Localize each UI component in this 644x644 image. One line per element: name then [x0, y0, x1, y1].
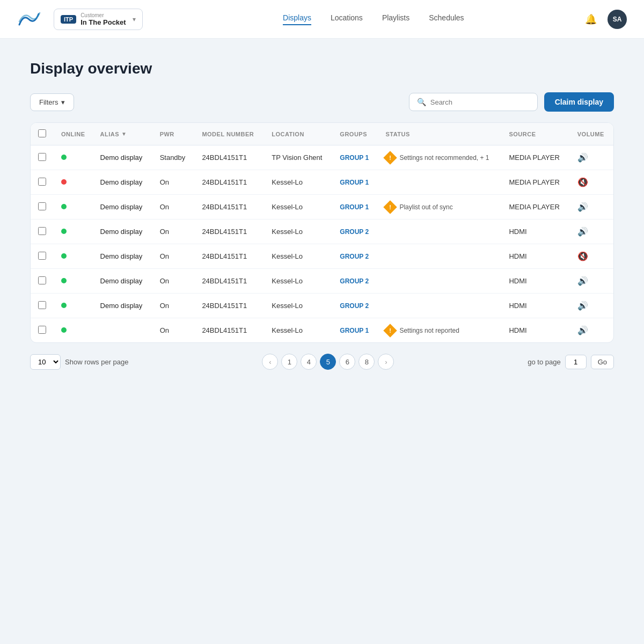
alias-cell-7 [93, 318, 152, 343]
customer-label: Customer [80, 12, 126, 18]
table-row: Demo displayOn24BDL4151T1Kessel-LoGROUP … [31, 195, 613, 219]
table-row: Demo displayStandby24BDL4151T1TP Vision … [31, 145, 613, 170]
group-link-5[interactable]: GROUP 2 [340, 277, 369, 285]
row-checkbox-4[interactable] [38, 252, 46, 260]
nav-schedules[interactable]: Schedules [429, 13, 464, 25]
col-alias-sort[interactable]: ALIAS ▼ [100, 131, 145, 137]
row-checkbox-0[interactable] [38, 153, 46, 161]
filter-chevron-icon: ▾ [61, 98, 65, 106]
rows-per-page: 10 25 50 Show rows per page [30, 354, 129, 370]
pwr-cell-5: On [152, 269, 195, 294]
location-cell-3: Kessel-Lo [264, 219, 332, 244]
model-cell-6: 24BDL4151T1 [194, 294, 264, 318]
group-link-0[interactable]: GROUP 1 [340, 154, 369, 162]
row-checkbox-7[interactable] [38, 326, 46, 334]
table-row: Demo displayOn24BDL4151T1Kessel-LoGROUP … [31, 269, 613, 294]
prev-page-button[interactable]: ‹ [262, 354, 278, 370]
alias-cell-3: Demo display [93, 219, 152, 244]
volume-icon-3[interactable]: 🔊 [577, 227, 588, 236]
header-actions: 🔔 SA [583, 10, 627, 29]
page-5-button[interactable]: 5 [320, 354, 336, 370]
volume-icon-5[interactable]: 🔊 [577, 276, 588, 286]
rows-per-page-select[interactable]: 10 25 50 [30, 354, 61, 370]
pwr-cell-6: On [152, 294, 195, 318]
model-cell-7: 24BDL4151T1 [194, 318, 264, 343]
claim-display-button[interactable]: Claim display [544, 92, 614, 112]
page-4-button[interactable]: 4 [301, 354, 317, 370]
logo-icon [17, 10, 41, 29]
table-row: Demo displayOn24BDL4151T1Kessel-LoGROUP … [31, 294, 613, 318]
nav-displays[interactable]: Displays [283, 13, 311, 25]
nav-locations[interactable]: Locations [331, 13, 363, 25]
pagination-row: 10 25 50 Show rows per page ‹ 1 4 5 6 8 … [30, 354, 614, 370]
customer-name: In The Pocket [80, 18, 126, 26]
nav-playlists[interactable]: Playlists [382, 13, 409, 25]
next-page-button[interactable]: › [378, 354, 394, 370]
location-cell-5: Kessel-Lo [264, 269, 332, 294]
status-text-0: Settings not recommended, + 1 [399, 154, 489, 162]
group-link-4[interactable]: GROUP 2 [340, 253, 369, 260]
col-status: STATUS [385, 131, 409, 137]
location-cell-1: Kessel-Lo [264, 170, 332, 195]
volume-icon-0[interactable]: 🔊 [577, 153, 588, 162]
pwr-cell-2: On [152, 195, 195, 219]
model-cell-5: 24BDL4151T1 [194, 269, 264, 294]
chevron-down-icon: ▾ [133, 16, 136, 23]
warn-icon-2 [384, 200, 397, 214]
volume-muted-icon-4[interactable]: 🔇 [577, 252, 588, 261]
location-cell-6: Kessel-Lo [264, 294, 332, 318]
status-cell-5 [378, 269, 501, 294]
search-icon: 🔍 [417, 98, 426, 106]
source-cell-0: MEDIA PLAYER [501, 145, 569, 170]
group-link-6[interactable]: GROUP 2 [340, 302, 369, 310]
source-cell-3: HDMI [501, 219, 569, 244]
customer-selector[interactable]: ITP Customer In The Pocket ▾ [54, 9, 143, 30]
goto-input[interactable] [565, 355, 587, 369]
sort-arrow-icon: ▼ [121, 131, 127, 137]
page-8-button[interactable]: 8 [358, 354, 375, 370]
search-input[interactable] [430, 98, 530, 106]
displays-table: ONLINE ALIAS ▼ PWR MODEL NUMBER LOCATION… [30, 122, 614, 343]
go-button[interactable]: Go [591, 355, 614, 369]
page-1-button[interactable]: 1 [281, 354, 297, 370]
alias-cell-4: Demo display [93, 244, 152, 269]
volume-icon-2[interactable]: 🔊 [577, 202, 588, 211]
volume-muted-icon-1[interactable]: 🔇 [577, 178, 588, 187]
status-cell-3 [378, 219, 501, 244]
select-all-checkbox[interactable] [38, 129, 46, 137]
group-link-7[interactable]: GROUP 1 [340, 327, 369, 334]
volume-icon-7[interactable]: 🔊 [577, 326, 588, 335]
row-checkbox-5[interactable] [38, 276, 46, 284]
volume-icon-6[interactable]: 🔊 [577, 301, 588, 310]
status-cell-4 [378, 244, 501, 269]
location-cell-2: Kessel-Lo [264, 195, 332, 219]
status-text-2: Playlist out of sync [399, 203, 452, 211]
group-link-3[interactable]: GROUP 2 [340, 228, 369, 236]
row-checkbox-2[interactable] [38, 202, 46, 210]
row-checkbox-6[interactable] [38, 301, 46, 309]
col-groups: GROUPS [340, 131, 367, 137]
status-text-7: Settings not reported [399, 327, 459, 334]
col-volume: VOLUME [577, 131, 604, 137]
online-dot-3 [61, 229, 67, 234]
source-cell-5: HDMI [501, 269, 569, 294]
model-cell-3: 24BDL4151T1 [194, 219, 264, 244]
group-link-2[interactable]: GROUP 1 [340, 203, 369, 211]
filters-button[interactable]: Filters ▾ [30, 93, 74, 111]
pwr-cell-0: Standby [152, 145, 195, 170]
row-checkbox-3[interactable] [38, 227, 46, 235]
user-avatar[interactable]: SA [608, 10, 627, 29]
row-checkbox-1[interactable] [38, 178, 46, 186]
group-link-1[interactable]: GROUP 1 [340, 179, 369, 186]
goto-page: go to page Go [528, 355, 614, 369]
status-cell-2: Playlist out of sync [385, 202, 494, 212]
main-nav: Displays Locations Playlists Schedules [164, 13, 583, 25]
online-dot-5 [61, 278, 67, 283]
model-cell-2: 24BDL4151T1 [194, 195, 264, 219]
rows-per-page-label: Show rows per page [65, 358, 129, 366]
toolbar: Filters ▾ 🔍 Claim display [30, 92, 614, 112]
page-6-button[interactable]: 6 [339, 354, 355, 370]
notifications-button[interactable]: 🔔 [583, 11, 599, 27]
source-cell-7: HDMI [501, 318, 569, 343]
col-source: SOURCE [509, 131, 536, 137]
